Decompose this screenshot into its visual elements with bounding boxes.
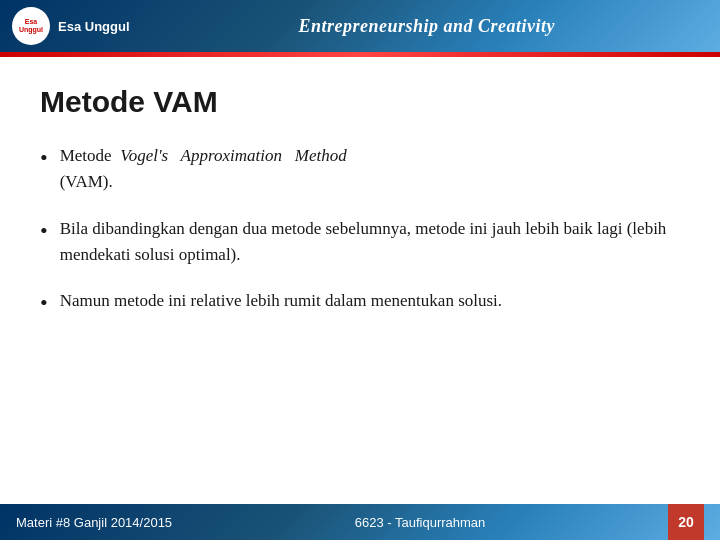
logo-area: EsaUnggul Esa Unggul bbox=[12, 7, 130, 45]
bullet-dot-3: • bbox=[40, 286, 48, 320]
bullet-list: • Metode Vogel's Approximation Method(VA… bbox=[40, 143, 680, 320]
footer-center: 6623 - Taufiqurrahman bbox=[355, 515, 486, 530]
list-item: • Namun metode ini relative lebih rumit … bbox=[40, 288, 680, 320]
header-title-area: Entrepreneurship and Creativity bbox=[146, 16, 708, 37]
bullet-text-1: Metode Vogel's Approximation Method(VAM)… bbox=[60, 143, 680, 196]
list-item: • Metode Vogel's Approximation Method(VA… bbox=[40, 143, 680, 196]
header-title: Entrepreneurship and Creativity bbox=[298, 16, 555, 37]
bullet-text-3: Namun metode ini relative lebih rumit da… bbox=[60, 288, 680, 314]
main-content: Metode VAM • Metode Vogel's Approximatio… bbox=[0, 57, 720, 360]
list-item: • Bila dibandingkan dengan dua metode se… bbox=[40, 216, 680, 269]
bullet-text-2: Bila dibandingkan dengan dua metode sebe… bbox=[60, 216, 680, 269]
page-number: 20 bbox=[668, 504, 704, 540]
bullet-dot-2: • bbox=[40, 214, 48, 248]
header: EsaUnggul Esa Unggul Entrepreneurship an… bbox=[0, 0, 720, 52]
footer-left: Materi #8 Ganjil 2014/2015 bbox=[16, 515, 172, 530]
logo-text: Esa Unggul bbox=[58, 19, 130, 34]
logo-icon: EsaUnggul bbox=[19, 18, 43, 33]
footer: Materi #8 Ganjil 2014/2015 6623 - Taufiq… bbox=[0, 504, 720, 540]
italic-part-1: Vogel's Approximation Method bbox=[120, 146, 347, 165]
bullet-dot-1: • bbox=[40, 141, 48, 175]
logo-circle: EsaUnggul bbox=[12, 7, 50, 45]
page-title: Metode VAM bbox=[40, 85, 680, 119]
